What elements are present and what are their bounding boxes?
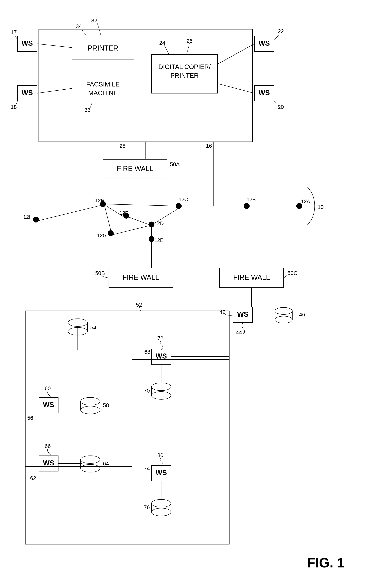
ref-60: 60 — [45, 385, 51, 391]
ref-28: 28 — [120, 143, 126, 149]
ws-17: WS — [22, 39, 33, 47]
node-12C — [176, 203, 182, 209]
ws-56: WS — [43, 401, 54, 409]
ref-12B: 12B — [247, 197, 256, 202]
ws-74: WS — [156, 469, 167, 477]
printer-label: PRINTER — [88, 44, 118, 52]
ref-74: 74 — [144, 465, 150, 471]
node-12B — [244, 203, 250, 209]
ref-70: 70 — [144, 388, 150, 394]
ref-52: 52 — [136, 302, 142, 308]
ref-42: 42 — [220, 309, 226, 315]
ref-12G: 12G — [97, 232, 107, 238]
ref-80: 80 — [157, 452, 163, 458]
firewall-50A-label: FIRE WALL — [117, 165, 154, 173]
node-12I — [33, 217, 39, 223]
firewall-50C-label: FIRE WALL — [233, 273, 270, 281]
svg-rect-0 — [0, 0, 392, 583]
ref-12H: 12H — [95, 197, 104, 203]
ref-44: 44 — [236, 329, 242, 335]
ref-20: 20 — [278, 104, 284, 110]
ref-56: 56 — [27, 415, 33, 421]
ref-12F: 12F — [120, 210, 128, 216]
ws-18: WS — [22, 89, 33, 97]
ref-72: 72 — [157, 335, 163, 341]
ws-68: WS — [156, 352, 167, 360]
ref-58: 58 — [103, 402, 109, 408]
ref-22: 22 — [278, 28, 284, 34]
ws-20: WS — [258, 89, 270, 97]
ref-10: 10 — [318, 204, 324, 210]
ref-66: 66 — [45, 443, 51, 449]
fax-label-line2: MACHINE — [88, 89, 118, 97]
node-12E — [148, 236, 154, 242]
ref-50C: 50C — [288, 270, 298, 276]
ref-64: 64 — [103, 460, 109, 467]
ref-50B: 50B — [95, 270, 105, 276]
node-12G — [108, 230, 114, 236]
ref-12C: 12C — [179, 197, 188, 202]
ref-17: 17 — [11, 29, 17, 35]
ref-34: 34 — [76, 23, 82, 29]
fig-label: FIG. 1 — [307, 555, 344, 570]
diagram-container: PRINTER FACSIMILE MACHINE DIGITAL COPIER… — [0, 0, 392, 583]
ref-12I: 12I — [23, 214, 30, 220]
ref-12E: 12E — [154, 237, 163, 243]
ref-46: 46 — [299, 312, 305, 318]
digital-copier-label1: DIGITAL COPIER/ — [158, 63, 211, 70]
ws-62: WS — [43, 459, 54, 467]
fax-label-line1: FACSIMILE — [86, 81, 120, 88]
node-12D — [148, 222, 154, 227]
ref-32: 32 — [91, 18, 97, 24]
ref-76: 76 — [144, 504, 150, 510]
ref-68: 68 — [144, 349, 150, 355]
digital-copier-label2: PRINTER — [170, 72, 199, 79]
ref-24: 24 — [159, 40, 165, 46]
ref-30: 30 — [84, 107, 90, 113]
ws-42: WS — [237, 310, 248, 318]
ref-54: 54 — [90, 325, 96, 331]
ref-26: 26 — [186, 38, 192, 44]
ref-12A: 12A — [301, 198, 310, 204]
firewall-50B-label: FIRE WALL — [122, 273, 159, 281]
ref-16: 16 — [206, 143, 212, 149]
ws-22: WS — [258, 39, 270, 47]
ref-50A: 50A — [170, 161, 180, 167]
ref-12D: 12D — [154, 220, 164, 226]
ref-62: 62 — [30, 475, 36, 481]
